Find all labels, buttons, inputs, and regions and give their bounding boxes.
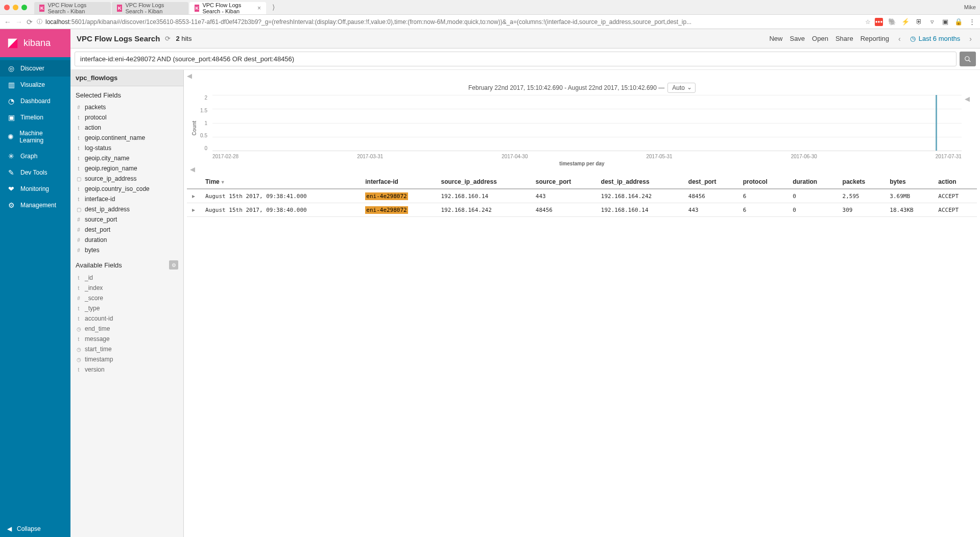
nav-machine-learning[interactable]: ✺Machine Learning (0, 126, 70, 148)
col-header-dest-ip[interactable]: dest_ip_address (596, 175, 683, 189)
close-tab-icon[interactable]: × (257, 5, 261, 12)
open-action[interactable]: Open (812, 35, 828, 42)
field-item-duration[interactable]: #duration (70, 235, 183, 245)
field-item-dest-ip-address[interactable]: ▢dest_ip_address (70, 204, 183, 214)
pocket-ext-icon[interactable]: ▿ (928, 18, 936, 26)
col-header-source-ip[interactable]: source_ip_address (436, 175, 531, 189)
field-item-start-time[interactable]: ◷start_time (70, 344, 183, 354)
time-next-button[interactable]: › (967, 35, 974, 43)
field-item--type[interactable]: t_type (70, 303, 183, 313)
col-header-duration[interactable]: duration (787, 175, 837, 189)
nav-collapse-button[interactable]: ◀ Collapse (0, 520, 70, 537)
maximize-window-icon[interactable] (21, 5, 27, 10)
new-tab-button[interactable]: ⟩ (269, 3, 278, 11)
chart-brush-handle-icon[interactable]: ◀ (965, 95, 970, 103)
share-action[interactable]: Share (835, 35, 853, 42)
close-window-icon[interactable] (4, 5, 10, 10)
col-header-bytes[interactable]: bytes (885, 175, 933, 189)
star-icon[interactable]: ☆ (865, 18, 871, 26)
field-type-icon: t (76, 285, 82, 291)
browser-tab-active[interactable]: K VPC Flow Logs Search - Kiban × (189, 2, 266, 14)
field-item-action[interactable]: taction (70, 123, 183, 133)
browser-tab[interactable]: K VPC Flow Logs Search - Kiban (112, 2, 188, 14)
field-item-geoip-city-name[interactable]: tgeoip.city_name (70, 153, 183, 163)
field-item-timestamp[interactable]: ◷timestamp (70, 354, 183, 364)
search-button[interactable] (960, 52, 976, 66)
nav-dashboard[interactable]: ◔Dashboard (0, 93, 70, 109)
nav-monitoring[interactable]: ❤Monitoring (0, 181, 70, 197)
minimize-window-icon[interactable] (13, 5, 18, 10)
browser-user-label[interactable]: Mike (964, 4, 976, 10)
field-item-geoip-country-iso-code[interactable]: tgeoip.country_iso_code (70, 184, 183, 194)
browser-tab[interactable]: K VPC Flow Logs Search - Kiban (34, 2, 111, 14)
info-icon[interactable]: ⓘ (37, 18, 42, 26)
nav-management[interactable]: ⚙Management (0, 197, 70, 213)
field-item-geoip-region-name[interactable]: tgeoip.region_name (70, 163, 183, 174)
field-item-source-port[interactable]: #source_port (70, 214, 183, 225)
expand-row-toggle[interactable]: ▸ (187, 203, 200, 217)
save-action[interactable]: Save (790, 35, 805, 42)
field-item-end-time[interactable]: ◷end_time (70, 324, 183, 334)
url-bar[interactable]: ⓘ localhost:5601/app/kibana#/discover/1c… (37, 18, 871, 26)
reporting-action[interactable]: Reporting (861, 35, 889, 42)
menu-icon[interactable]: ⋮ (968, 18, 976, 26)
ext-icon[interactable]: ●●● (875, 18, 883, 26)
col-header-source-port[interactable]: source_port (531, 175, 596, 189)
time-range-label: Last 6 months (919, 35, 961, 42)
field-item--id[interactable]: t_id (70, 273, 183, 283)
col-header-protocol[interactable]: protocol (738, 175, 787, 189)
reload-button[interactable]: ⟳ (27, 18, 33, 26)
browser-tab-strip: K VPC Flow Logs Search - Kiban K VPC Flo… (0, 0, 980, 14)
field-item--index[interactable]: t_index (70, 283, 183, 293)
field-item-protocol[interactable]: tprotocol (70, 112, 183, 123)
shield-ext-icon[interactable]: ⛨ (915, 18, 923, 26)
col-header-dest-port[interactable]: dest_port (683, 175, 738, 189)
nav-devtools[interactable]: ✎Dev Tools (0, 164, 70, 181)
x-tick: 2017-05-31 (646, 154, 672, 159)
devtools-icon: ✎ (7, 168, 15, 177)
time-picker[interactable]: ◷ Last 6 months (910, 35, 961, 42)
field-item--score[interactable]: #_score (70, 293, 183, 303)
field-filter-gear-icon[interactable]: ⚙ (169, 260, 178, 270)
back-button[interactable]: ← (4, 18, 11, 26)
query-input[interactable] (75, 52, 957, 66)
col-header-time[interactable]: Time▼ (200, 175, 360, 189)
col-header-packets[interactable]: packets (838, 175, 885, 189)
field-item-message[interactable]: tmessage (70, 334, 183, 344)
nav-label: Dashboard (20, 97, 51, 105)
field-item-interface-id[interactable]: tinterface-id (70, 194, 183, 204)
histogram-bar[interactable] (936, 95, 937, 151)
forward-button[interactable]: → (15, 18, 22, 26)
field-type-icon: t (76, 115, 82, 120)
expand-row-toggle[interactable]: ▸ (187, 189, 200, 203)
sidebar-collapse-icon[interactable]: ◀ (184, 70, 195, 82)
kibana-logo[interactable]: kibana (0, 29, 70, 57)
col-header-interface-id[interactable]: interface-id (360, 175, 436, 189)
x-tick: 2017-02-28 (212, 154, 238, 159)
field-item-account-id[interactable]: taccount-id (70, 313, 183, 324)
new-action[interactable]: New (769, 35, 782, 42)
field-item-dest-port[interactable]: #dest_port (70, 225, 183, 235)
field-item-log-status[interactable]: tlog-status (70, 143, 183, 153)
nav-discover[interactable]: ◎Discover (0, 60, 70, 77)
field-type-icon: # (76, 227, 82, 233)
col-header-action[interactable]: action (933, 175, 977, 189)
evernote-ext-icon[interactable]: 🐘 (888, 18, 896, 26)
field-item-bytes[interactable]: #bytes (70, 245, 183, 255)
field-item-source-ip-address[interactable]: ▢source_ip_address (70, 174, 183, 184)
bolt-ext-icon[interactable]: ⚡ (901, 18, 910, 26)
field-name-label: source_port (85, 216, 117, 223)
field-item-version[interactable]: tversion (70, 364, 183, 375)
nav-graph[interactable]: ✳Graph (0, 148, 70, 164)
field-item-packets[interactable]: #packets (70, 102, 183, 112)
histogram-chart[interactable]: Count 2 1.5 1 0.5 0 ◀ (184, 95, 980, 161)
interval-select[interactable]: Auto (667, 83, 696, 93)
lastpass-ext-icon[interactable]: 🔒 (954, 18, 963, 26)
cell-bytes: 3.69MB (885, 189, 933, 203)
app-ext-icon[interactable]: ▣ (941, 18, 949, 26)
field-item-geoip-continent-name[interactable]: tgeoip.continent_name (70, 133, 183, 143)
nav-visualize[interactable]: ▥Visualize (0, 77, 70, 93)
nav-timelion[interactable]: ▣Timelion (0, 109, 70, 126)
time-prev-button[interactable]: ‹ (896, 35, 903, 43)
index-pattern-selector[interactable]: vpc_flowlogs (70, 70, 183, 86)
